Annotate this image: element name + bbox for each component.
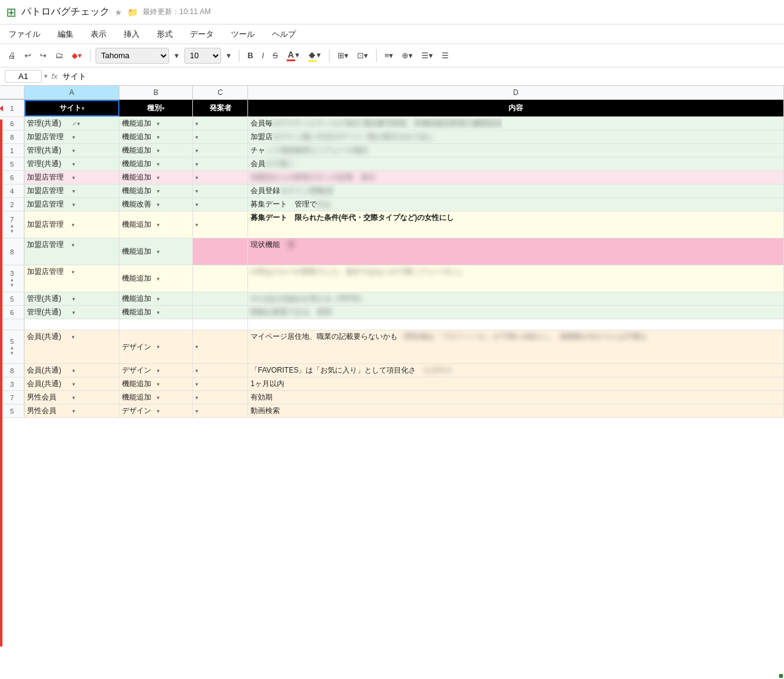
folder-icon[interactable]: 📁 bbox=[127, 7, 138, 17]
cell-a[interactable]: 加盟店管理 ▾ bbox=[24, 238, 119, 265]
cell-d[interactable]: 会員登録ログイン情報(定 bbox=[248, 184, 784, 197]
cell-d[interactable]: 動画検索 bbox=[248, 404, 784, 417]
dropdown-icon[interactable]: ▾ bbox=[195, 134, 198, 140]
wrap-button[interactable]: ☰ bbox=[439, 49, 452, 62]
cell-b1[interactable]: 種別 ▾ bbox=[119, 100, 193, 116]
cell-d[interactable]: 現状機能 選 bbox=[248, 238, 784, 265]
cell-c1[interactable]: 発案者 bbox=[193, 100, 248, 116]
cell-c[interactable]: ▾ bbox=[193, 391, 248, 404]
cell-a[interactable]: 管理(共通) ✓▾ bbox=[24, 117, 119, 130]
cell-c[interactable]: ▾ bbox=[193, 117, 248, 130]
cell-b[interactable]: 機能追加 ▾ bbox=[119, 377, 193, 390]
cell-d[interactable]: 加盟店ログイン後に今日のデート一覧が表示されてほし bbox=[248, 131, 784, 143]
strikethrough-button[interactable]: S bbox=[270, 49, 281, 62]
cell-a[interactable]: 会員(共通) ▾ bbox=[24, 330, 119, 363]
cell-c[interactable]: ▾ bbox=[193, 198, 248, 211]
cell-c[interactable] bbox=[193, 306, 248, 319]
dropdown-icon[interactable]: ▾ bbox=[157, 381, 190, 387]
cell-a[interactable]: 管理(共通) ▾ bbox=[24, 306, 119, 319]
cell-c[interactable]: ▾ bbox=[193, 404, 248, 417]
dropdown-icon[interactable]: ▾ bbox=[195, 121, 198, 127]
cell-a[interactable] bbox=[24, 319, 119, 330]
menu-view[interactable]: 表示 bbox=[88, 28, 109, 41]
italic-button[interactable]: I bbox=[258, 49, 267, 62]
dropdown-icon[interactable]: ▾ bbox=[72, 148, 116, 154]
cell-b[interactable]: 機能追加 ▾ bbox=[119, 171, 193, 184]
highlight-button[interactable]: ◆ ▾ bbox=[305, 48, 324, 64]
cell-c[interactable]: ▾ bbox=[193, 211, 248, 238]
cell-c[interactable]: ▾ bbox=[193, 171, 248, 184]
cell-b[interactable]: 機能追加 ▾ bbox=[119, 117, 193, 130]
undo-button[interactable]: ↩ bbox=[21, 49, 34, 62]
dropdown-icon[interactable]: ▾ bbox=[72, 242, 116, 248]
cell-b[interactable]: 機能追加 ▾ bbox=[119, 292, 193, 305]
cell-a[interactable]: 男性会員 ▾ bbox=[24, 391, 119, 404]
dropdown-icon[interactable]: ▾ bbox=[157, 395, 190, 401]
cell-b[interactable]: 機能追加 ▾ bbox=[119, 131, 193, 143]
cell-b[interactable]: 機能追加 ▾ bbox=[119, 391, 193, 404]
cell-b[interactable]: 機能追加 ▾ bbox=[119, 265, 193, 292]
favorite-icon[interactable]: ★ bbox=[115, 7, 123, 17]
cell-b[interactable]: 機能追加 ▾ bbox=[119, 306, 193, 319]
dropdown-icon[interactable]: ▾ bbox=[157, 368, 190, 374]
dropdown-icon[interactable]: ▾ bbox=[157, 134, 190, 140]
dropdown-icon[interactable]: ▾ bbox=[195, 368, 198, 374]
dropdown-icon[interactable]: ▾ bbox=[72, 188, 116, 194]
dropdown-icon[interactable]: ▾ bbox=[72, 368, 116, 374]
dropdown-icon[interactable]: ▾ bbox=[157, 344, 190, 350]
dropdown-icon[interactable]: ▾ bbox=[157, 296, 190, 302]
dropdown-icon[interactable]: ▾ bbox=[195, 395, 198, 401]
dropdown-icon[interactable]: ▾ bbox=[72, 269, 116, 275]
cell-a[interactable]: 加盟店管理 ▾ bbox=[24, 198, 119, 211]
menu-tools[interactable]: ツール bbox=[228, 28, 257, 41]
cell-b[interactable]: デザイン ▾ bbox=[119, 404, 193, 417]
cell-a[interactable]: 管理(共通) ▾ bbox=[24, 157, 119, 170]
col-header-a[interactable]: A bbox=[24, 86, 119, 99]
dropdown-icon[interactable]: ▾ bbox=[195, 408, 198, 414]
cell-d[interactable]: 情報を変更できる 管理 bbox=[248, 306, 784, 319]
menu-help[interactable]: ヘルプ bbox=[270, 28, 298, 41]
cell-c[interactable] bbox=[193, 292, 248, 305]
dropdown-icon[interactable]: ▾ bbox=[157, 188, 190, 194]
cell-d[interactable]: 加盟店からの変更ボタンの設置 身分 bbox=[248, 171, 784, 184]
cell-c[interactable] bbox=[193, 265, 248, 292]
cell-c[interactable] bbox=[193, 319, 248, 330]
cell-d[interactable]: チャット現状無理と二フェース検討 bbox=[248, 144, 784, 157]
dropdown-icon[interactable]: ▾ bbox=[157, 222, 190, 228]
cell-b[interactable]: 機能改善 ▾ bbox=[119, 198, 193, 211]
dropdown-icon[interactable]: ▾ bbox=[72, 309, 116, 316]
dropdown-icon[interactable]: ▾ bbox=[72, 161, 116, 167]
formula-input[interactable] bbox=[61, 70, 779, 82]
cell-d[interactable]: 会員毎のアクティビティログ表示 電話番号変更、所属加盟店変更の履歴追加 bbox=[248, 117, 784, 130]
dropdown-icon[interactable]: ▾ bbox=[72, 222, 116, 228]
cell-c[interactable]: ▾ bbox=[193, 184, 248, 197]
dropdown-icon[interactable]: ▾ bbox=[195, 161, 198, 167]
cell-d[interactable]: 募集デート 限られた条件(年代・交際タイプなど)の女性にし bbox=[248, 211, 784, 238]
font-color-button[interactable]: A ▾ bbox=[284, 48, 303, 63]
cell-d1[interactable]: 内容 bbox=[248, 100, 784, 116]
cell-c[interactable]: ▾ bbox=[193, 157, 248, 170]
dropdown-icon[interactable]: ▾ bbox=[195, 222, 198, 228]
cell-d[interactable]: 有効期 bbox=[248, 391, 784, 404]
dropdown-icon[interactable]: ▾ bbox=[72, 296, 116, 302]
cell-c[interactable]: ▾ bbox=[193, 144, 248, 157]
font-family-select[interactable]: Tahoma bbox=[96, 48, 169, 64]
clear-button[interactable]: ◆▾ bbox=[69, 49, 85, 62]
cell-d[interactable]: 会員ので第二 bbox=[248, 157, 784, 170]
dropdown-icon[interactable]: ✓▾ bbox=[72, 121, 116, 127]
cell-a[interactable]: 加盟店管理 ▾ bbox=[24, 265, 119, 292]
dropdown-icon[interactable]: ▾ bbox=[195, 202, 198, 208]
dropdown-icon[interactable]: ▾ bbox=[72, 381, 116, 387]
redo-button[interactable]: ↪ bbox=[37, 49, 50, 62]
dropdown-icon[interactable]: ▾ bbox=[157, 276, 190, 282]
cell-c[interactable]: ▾ bbox=[193, 364, 248, 377]
dropdown-icon[interactable]: ▾ bbox=[157, 121, 190, 127]
cell-a[interactable]: 管理(共通) ▾ bbox=[24, 144, 119, 157]
align-left-button[interactable]: ≡▾ bbox=[382, 49, 397, 62]
cell-c[interactable] bbox=[193, 238, 248, 265]
dropdown-icon[interactable]: ▾ bbox=[72, 202, 116, 208]
cell-d[interactable]: やり込む仕組みを考える（PATOL bbox=[248, 292, 784, 305]
col-header-b[interactable]: B bbox=[119, 86, 193, 99]
cell-d[interactable]: マイページ居住地、職業の記載要らないかも（男性側は「プロフィール」が下部に項目と… bbox=[248, 330, 784, 363]
menu-data[interactable]: データ bbox=[187, 28, 216, 41]
